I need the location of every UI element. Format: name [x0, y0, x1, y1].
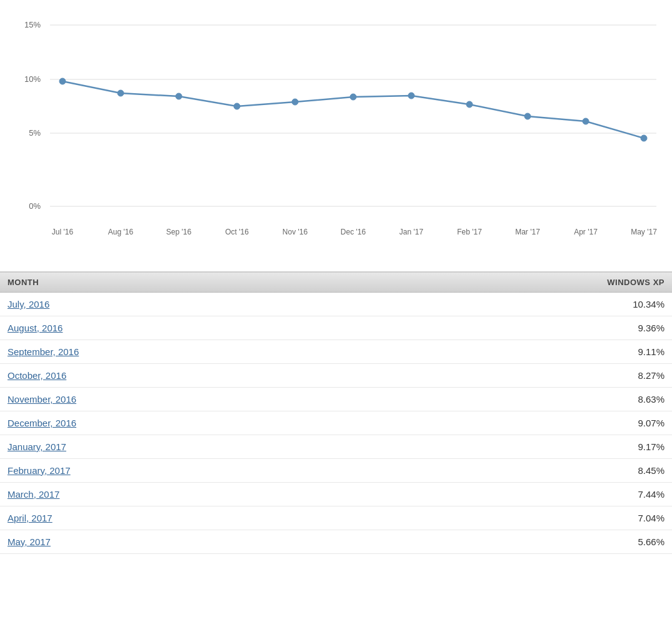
data-point-apr17 [583, 118, 589, 124]
data-point-dec16 [350, 94, 356, 100]
data-point-may17 [641, 135, 647, 141]
table-row: November, 20168.63% [0, 388, 672, 411]
x-label-apr17: Apr '17 [574, 228, 598, 236]
table-row: March, 20177.44% [0, 483, 672, 506]
data-table: MONTH WINDOWS XP July, 201610.34%August,… [0, 271, 672, 554]
header-windows-xp: WINDOWS XP [607, 278, 664, 287]
windows-xp-value: 8.45% [638, 465, 664, 476]
windows-xp-value: 7.04% [638, 513, 664, 523]
table-row: April, 20177.04% [0, 506, 672, 530]
y-label-10: 10% [24, 74, 41, 84]
y-label-0: 0% [29, 201, 41, 211]
table-row: September, 20169.11% [0, 340, 672, 364]
table-row: May, 20175.66% [0, 530, 672, 554]
table-row: August, 20169.36% [0, 316, 672, 340]
month-link[interactable]: September, 2016 [8, 346, 79, 357]
table-row: February, 20178.45% [0, 459, 672, 483]
x-label-oct16: Oct '16 [225, 228, 249, 236]
month-link[interactable]: April, 2017 [8, 513, 53, 523]
table-row: July, 201610.34% [0, 293, 672, 316]
data-point-jul16 [59, 78, 66, 84]
x-label-feb17: Feb '17 [457, 228, 482, 236]
windows-xp-value: 8.63% [638, 394, 664, 405]
windows-xp-value: 7.44% [638, 489, 664, 500]
data-point-oct16 [234, 103, 240, 109]
month-link[interactable]: December, 2016 [8, 418, 76, 428]
month-link[interactable]: November, 2016 [8, 394, 76, 405]
table-row: January, 20179.17% [0, 435, 672, 459]
month-link[interactable]: May, 2017 [8, 536, 51, 547]
header-month: MONTH [8, 278, 39, 287]
month-link[interactable]: March, 2017 [8, 489, 59, 500]
x-label-aug16: Aug '16 [108, 228, 134, 236]
table-header: MONTH WINDOWS XP [0, 273, 672, 293]
x-label-mar17: Mar '17 [515, 228, 540, 236]
data-point-mar17 [524, 113, 531, 119]
table-rows-container: July, 201610.34%August, 20169.36%Septemb… [0, 293, 672, 554]
month-link[interactable]: August, 2016 [8, 323, 63, 333]
windows-xp-value: 5.66% [638, 536, 664, 547]
data-point-nov16 [292, 99, 298, 105]
table-row: December, 20169.07% [0, 411, 672, 435]
x-label-nov16: Nov '16 [283, 228, 308, 236]
month-link[interactable]: January, 2017 [8, 441, 66, 452]
x-label-jul16: Jul '16 [52, 228, 74, 236]
data-point-jan17 [408, 93, 414, 99]
chart-container: 15% 10% 5% 0% Jul '16 Aug '16 Sep '16 Oc… [0, 0, 672, 271]
windows-xp-value: 9.07% [638, 418, 664, 428]
data-point-sep16 [176, 93, 182, 99]
data-point-feb17 [466, 101, 473, 108]
month-link[interactable]: February, 2017 [8, 465, 71, 476]
windows-xp-value: 9.17% [638, 441, 664, 452]
windows-xp-value: 9.11% [638, 346, 664, 357]
x-label-dec16: Dec '16 [341, 228, 366, 236]
x-label-sep16: Sep '16 [166, 228, 192, 236]
data-point-aug16 [118, 90, 124, 96]
data-line [63, 81, 644, 138]
y-label-15: 15% [24, 20, 41, 29]
month-link[interactable]: October, 2016 [8, 370, 66, 381]
x-label-jan17: Jan '17 [399, 228, 424, 236]
month-link[interactable]: July, 2016 [8, 299, 49, 310]
windows-xp-value: 9.36% [638, 323, 664, 333]
table-row: October, 20168.27% [0, 364, 672, 388]
windows-xp-value: 10.34% [633, 299, 664, 310]
y-label-5: 5% [29, 128, 41, 138]
line-chart: 15% 10% 5% 0% Jul '16 Aug '16 Sep '16 Oc… [13, 13, 659, 263]
windows-xp-value: 8.27% [638, 370, 664, 381]
x-label-may17: May '17 [631, 228, 657, 236]
